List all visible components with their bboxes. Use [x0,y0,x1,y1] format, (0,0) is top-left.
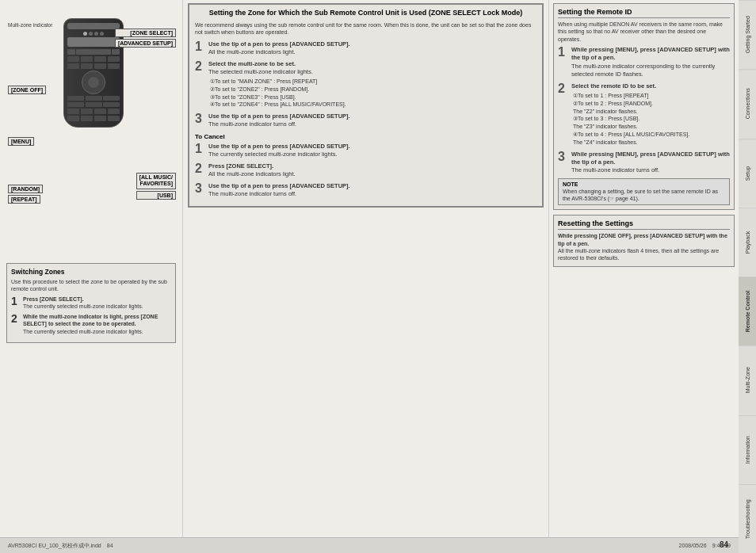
sz-step-1: 1 Press [ZONE SELECT]. The currently sel… [11,296,171,310]
remote-top-bar [67,23,120,29]
zs-step-1: 1 Use the tip of a pen to press [ADVANCE… [195,40,536,56]
switching-zones-desc: Use this procedure to select the zone to… [11,278,171,292]
rid-step-num-2: 2 [558,82,569,147]
to-cancel-title: To Cancel [195,133,536,140]
remote-diagram: Multi-zone indicator [6,6,176,260]
sz-step-bold-2: While the multi-zone indicator is light,… [23,314,158,326]
zs-step-text-2: The selected multi-zone indicator lights… [208,68,313,75]
sz-step-text-1: The currently selected multi-zone indica… [23,303,143,309]
random-label: [RANDOM] [8,185,43,193]
menu-label: [MENU] [8,137,34,146]
rid-step-bold-1: While pressing [MENU], press [ADVANCED S… [571,46,730,61]
tab-setup[interactable]: Setup [739,139,756,208]
ind-dot-4 [100,32,104,36]
remote-row-2 [67,63,120,69]
rid-step-3: 3 While pressing [MENU], press [ADVANCED… [558,151,730,174]
tab-troubleshooting[interactable]: Troubleshooting [739,484,756,553]
switching-zones-title: Switching Zones [11,268,171,276]
zone-select-box: Setting the Zone for Which the Sub Remot… [188,3,544,208]
zs-step-content-3: Use the tip of a pen to press [ADVANCED … [208,113,350,128]
right-labels-bottom: [ALL MUSIC/FAVORITES] [USB] [136,173,176,200]
zone-select-label: [ZONE SELECT] [115,29,176,37]
tab-getting-started[interactable]: Getting Started [739,0,756,69]
sz-step-num-1: 1 [11,296,21,310]
usb-label: [USB] [136,191,176,200]
tc-step-num-3: 3 [195,182,206,198]
page-number: 84 [720,540,728,549]
tc-step-1: 1 Use the tip of a pen to press [ADVANCE… [195,143,536,158]
zone-select-label-container: [ZONE SELECT] [ADVANCED SETUP] [115,29,176,48]
zone-select-title: Setting the Zone for Which the Sub Remot… [195,9,536,18]
tab-playback[interactable]: Playback [739,208,756,276]
switching-zones-box: Switching Zones Use this procedure to se… [6,263,176,343]
left-panel: Multi-zone indicator [0,0,182,537]
remote-btn-1 [67,49,75,55]
rid-step-content-2: Select the remote ID to be set. ①To set … [571,82,689,147]
tc-step-content-1: Use the tip of a pen to press [ADVANCED … [208,143,350,158]
rid-step-content-3: While pressing [MENU], press [ADVANCED S… [571,151,730,174]
note-content: When changing a setting, be sure to set … [563,188,725,202]
zone-select-desc: We recommend always using the sub remote… [195,21,536,36]
zs-step-bold-1: Use the tip of a pen to press [ADVANCED … [208,40,350,48]
tab-connections[interactable]: Connections [739,69,756,138]
zs-step-num-1: 1 [195,40,206,56]
zs-sub-item-2-2: ③To set to "ZONE3" : Press [USB]. [210,93,346,101]
top-section: Multi-zone indicator [0,0,739,537]
zs-step-content-2: Select the multi-zone to be set. The sel… [208,60,346,109]
ind-dot-1 [83,32,87,36]
multi-zone-indicator-label: Multi-zone indicator [8,22,52,28]
zs-step-num-2: 2 [195,60,206,109]
tc-step-bold-1: Use the tip of a pen to press [ADVANCED … [208,143,350,150]
tab-information[interactable]: Information [739,415,756,484]
zs-sub-list-2: ①To set to "MAIN ZONE" : Press [REPEAT] … [208,78,346,109]
rid-sub-2-3: ③To set to 3 : Press [USB]. [573,115,689,123]
note-box: NOTE When changing a setting, be sure to… [558,178,730,205]
rid-sub-2-4: The "Z3" indicator flashes. [573,123,689,131]
remote-row-3 [67,109,120,114]
main-content: Multi-zone indicator [0,0,739,553]
zs-sub-item-2-0: ①To set to "MAIN ZONE" : Press [REPEAT] [210,78,346,86]
remote-id-title: Setting the Remote ID [558,8,730,18]
rid-sub-list-2: ①To set to 1 : Press [REPEAT] ②To set to… [571,92,689,147]
remote-small-rows-1 [67,96,120,101]
side-tabs: Getting Started Connections Setup Playba… [739,0,756,553]
ind-dot-3 [94,32,98,36]
ind-dot-2 [89,32,93,36]
bottom-left-text: AVR5308CI EU_100_初校作成中.indd 84 [8,542,113,550]
zs-step-bold-2: Select the multi-zone to be set. [208,60,296,67]
remote-small-rows-2 [67,102,120,107]
tc-step-content-3: Use the tip of a pen to press [ADVANCED … [208,182,350,198]
tab-multi-zone[interactable]: Multi-Zone [739,345,756,414]
sz-step-2: 2 While the multi-zone indicator is ligh… [11,313,171,334]
resetting-bold: While pressing [ZONE OFF], press [ADVANC… [558,233,727,246]
indicator-dots [67,32,120,36]
tc-step-2: 2 Press [ZONE SELECT]. All the multi-zon… [195,162,536,178]
sz-step-content-1: Press [ZONE SELECT]. The currently selec… [23,296,143,310]
remote-btn-2 [112,49,120,55]
rid-step-text-3: The multi-zone indicator turns off. [571,166,659,174]
right-panel: Setting the Remote ID When using multipl… [548,0,739,537]
tab-remote-control[interactable]: Remote Control [739,276,756,345]
zs-step-2: 2 Select the multi-zone to be set. The s… [195,60,536,109]
tc-step-content-2: Press [ZONE SELECT]. All the multi-zone … [208,162,296,178]
middle-panel: Setting the Zone for Which the Sub Remot… [182,0,548,537]
rid-step-content-1: While pressing [MENU], press [ADVANCED S… [571,46,730,78]
zs-step-num-3: 3 [195,113,206,128]
rid-step-2: 2 Select the remote ID to be set. ①To se… [558,82,730,147]
tc-step-text-2: All the multi-zone indicators light. [208,170,296,177]
tc-step-3: 3 Use the tip of a pen to press [ADVANCE… [195,182,536,198]
zs-step-3: 3 Use the tip of a pen to press [ADVANCE… [195,113,536,128]
rid-step-num-1: 1 [558,46,569,78]
rid-step-text-1: The multi-zone indicator corresponding t… [571,63,715,78]
remote-nav-circle [82,71,105,94]
resetting-text: All the multi-zone indicators flash 4 ti… [558,248,719,261]
tc-step-text-3: The multi-zone indicator turns off. [208,190,296,197]
zs-step-bold-3: Use the tip of a pen to press [ADVANCED … [208,113,350,120]
zone-off-label: [ZONE OFF] [8,86,46,94]
zs-step-text-1: All the multi-zone indicators light. [208,48,296,55]
zs-step-text-3: The multi-zone indicator turns off. [208,120,296,128]
zs-step-content-1: Use the tip of a pen to press [ADVANCED … [208,40,350,56]
remote-id-desc: When using multiple DENON AV receivers i… [558,21,730,43]
remote-row-1 [67,56,120,62]
rid-sub-2-1: ②To set to 2 : Press [RANDOM]. [573,100,689,108]
